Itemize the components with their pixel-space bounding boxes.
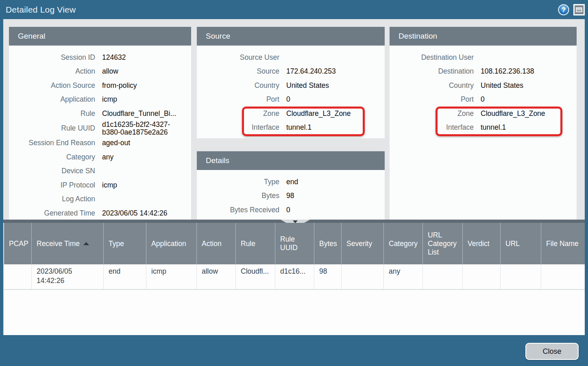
table-cell-action: allow xyxy=(197,264,236,289)
field-row-interface: Interfacetunnel.1 xyxy=(390,121,571,135)
detailed-log-view-dialog: { "titlebar": { "title": "Detailed Log V… xyxy=(0,0,588,366)
column-header-label: File Name xyxy=(546,240,579,248)
field-label: Bytes Received xyxy=(197,206,279,214)
help-icon[interactable]: ? xyxy=(558,4,570,17)
column-header-label: Bytes xyxy=(319,240,337,248)
column-header-file-name[interactable]: File Name xyxy=(541,223,584,264)
general-panel-header: General xyxy=(9,27,191,46)
field-row-type: Typeend xyxy=(197,175,379,189)
column-header-label: Verdict xyxy=(468,240,490,248)
field-row-zone: ZoneCloudflare_L3_Zone xyxy=(197,107,379,121)
log-table: PCAPReceive TimeTypeApplicationActionRul… xyxy=(4,223,585,290)
field-label: Category xyxy=(9,153,95,161)
field-value: 108.162.236.138 xyxy=(474,68,571,75)
maximize-window-icon[interactable] xyxy=(573,4,585,17)
table-cell-application: icmp xyxy=(146,264,197,289)
column-header-label: Receive Time xyxy=(37,240,80,248)
field-row-session-end-reason: Session End Reasonaged-out xyxy=(9,136,185,150)
column-header-label: Action xyxy=(202,240,222,248)
column-header-severity[interactable]: Severity xyxy=(342,223,384,264)
field-row-bytes: Bytes98 xyxy=(197,189,379,203)
field-row-application: Applicationicmp xyxy=(9,93,185,107)
field-row-session-id: Session ID124632 xyxy=(9,50,185,65)
field-label: Log Action xyxy=(9,195,95,203)
titlebar-icons: ? xyxy=(558,4,585,17)
field-value: 0 xyxy=(474,96,571,103)
column-header-verdict[interactable]: Verdict xyxy=(463,223,501,264)
field-value: d1c16235-b2f2-4327-b380-0ae1875e2a26 xyxy=(95,121,185,136)
field-value: Cloudflare_Tunnel_Bi... xyxy=(95,110,185,118)
column-header-bytes[interactable]: Bytes xyxy=(314,223,342,264)
table-cell-verdict xyxy=(463,264,501,289)
source-panel-header: Source xyxy=(197,27,385,46)
column-header-pcap[interactable]: PCAP xyxy=(4,223,32,264)
field-row-interface: Interfacetunnel.1 xyxy=(197,121,379,135)
column-header-label: Rule xyxy=(241,240,255,248)
field-row-zone: ZoneCloudflare_L3_Zone xyxy=(390,107,571,121)
column-header-action[interactable]: Action xyxy=(197,223,236,264)
details-panel: Details TypeendBytes98Bytes Received0 xyxy=(197,151,385,220)
table-row[interactable]: 2023/06/05 14:42:26endicmpallowCloudfl..… xyxy=(4,264,585,290)
table-cell-pcap xyxy=(4,264,32,289)
column-header-receive-time[interactable]: Receive Time xyxy=(32,223,104,264)
field-value: allow xyxy=(95,68,185,75)
field-value: tunnel.1 xyxy=(279,124,379,131)
field-row-country: CountryUnited States xyxy=(390,78,571,93)
table-cell-rule: Cloudfl... xyxy=(236,264,275,289)
field-value: 124632 xyxy=(95,54,185,61)
column-header-type[interactable]: Type xyxy=(104,223,146,264)
column-header-url[interactable]: URL xyxy=(501,223,541,264)
general-panel: General Session ID124632ActionallowActio… xyxy=(9,27,191,220)
panel-table-splitter[interactable] xyxy=(3,220,585,223)
field-row-device-sn: Device SN xyxy=(9,164,185,179)
field-label: Session End Reason xyxy=(9,139,95,147)
field-label: Zone xyxy=(197,110,279,118)
table-cell-file-name xyxy=(541,264,584,289)
destination-panel-header: Destination xyxy=(390,27,577,46)
field-label: Session ID xyxy=(9,54,95,61)
field-value: Cloudflare_L3_Zone xyxy=(474,110,571,118)
column-header-rule-uuid[interactable]: Rule UUID xyxy=(275,223,314,264)
column-header-label: PCAP xyxy=(9,240,28,248)
field-value: end xyxy=(279,178,379,186)
column-header-label: Type xyxy=(109,240,124,248)
column-header-category[interactable]: Category xyxy=(384,223,423,264)
field-label: Rule UUID xyxy=(9,124,95,132)
column-header-label: Application xyxy=(151,240,186,248)
table-cell-type: end xyxy=(104,264,146,289)
general-panel-body: Session ID124632ActionallowAction Source… xyxy=(9,46,191,220)
table-cell-bytes: 98 xyxy=(314,264,342,289)
log-table-header-row: PCAPReceive TimeTypeApplicationActionRul… xyxy=(4,223,585,264)
svg-text:?: ? xyxy=(562,6,566,14)
field-value: 172.64.240.253 xyxy=(279,68,379,75)
close-button[interactable]: Close xyxy=(525,343,579,360)
table-cell-receive-time: 2023/06/05 14:42:26 xyxy=(32,264,104,289)
field-label: Destination xyxy=(390,68,474,75)
field-row-source: Source172.64.240.253 xyxy=(197,65,379,79)
destination-panel-body: Destination UserDestination108.162.236.1… xyxy=(390,46,577,220)
field-value: aged-out xyxy=(95,139,185,147)
page-title: Detailed Log View xyxy=(0,5,76,15)
field-label: IP Protocol xyxy=(9,181,95,189)
field-row-destination: Destination108.162.236.138 xyxy=(390,65,571,79)
table-cell-url-category-list xyxy=(423,264,463,289)
column-header-rule[interactable]: Rule xyxy=(236,223,275,264)
column-header-url-category-list[interactable]: URL Category List xyxy=(423,223,463,264)
column-header-label: Category xyxy=(389,240,418,248)
field-label: Bytes xyxy=(197,192,279,200)
sort-ascending-icon xyxy=(83,242,89,245)
field-row-ip-protocol: IP Protocolicmp xyxy=(9,178,185,192)
field-value: icmp xyxy=(95,96,185,103)
table-cell-url xyxy=(501,264,541,289)
field-label: Zone xyxy=(390,110,474,118)
field-row-rule: RuleCloudflare_Tunnel_Bi... xyxy=(9,107,185,121)
field-row-action: Actionallow xyxy=(9,65,185,79)
table-cell-category: any xyxy=(384,264,423,289)
log-table-empty-area xyxy=(4,290,585,335)
field-value: 98 xyxy=(279,192,379,200)
field-row-generated-time: Generated Time2023/06/05 14:42:26 xyxy=(9,206,185,220)
dialog-footer: Close xyxy=(0,335,588,366)
field-value: 0 xyxy=(279,96,379,103)
column-header-application[interactable]: Application xyxy=(146,223,197,264)
field-label: Destination User xyxy=(390,54,474,61)
